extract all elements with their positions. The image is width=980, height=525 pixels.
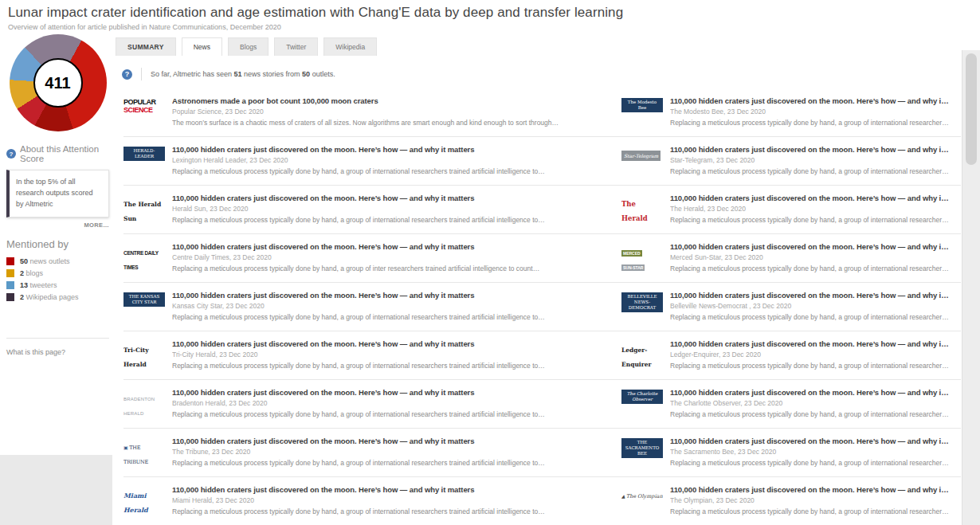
sidebar-divider — [6, 338, 109, 339]
bradenton-herald-logo[interactable]: BRADENTON HERALD — [123, 388, 165, 418]
news-headline-link[interactable]: 110,000 hidden craters just discovered o… — [172, 388, 610, 397]
herald-leader-logo[interactable]: HERALD-LEADER — [123, 145, 165, 175]
news-headline-link[interactable]: 110,000 hidden craters just discovered o… — [670, 242, 950, 251]
olympian-logo[interactable]: The Olympian — [621, 485, 663, 515]
sacramento-bee-logo[interactable]: THE SACRAMENTO BEE — [621, 437, 663, 467]
modesto-bee-logo[interactable]: The Modesto Bee — [621, 96, 663, 127]
outlet-logo-text: The Modesto Bee — [621, 98, 663, 112]
news-body: 110,000 hidden craters just discovered o… — [670, 145, 950, 175]
news-headline-link[interactable]: 110,000 hidden craters just discovered o… — [172, 339, 610, 348]
news-headline-link[interactable]: 110,000 hidden craters just discovered o… — [670, 388, 950, 397]
news-headline-link[interactable]: 110,000 hidden craters just discovered o… — [172, 437, 610, 445]
news-excerpt: Replacing a meticulous process typically… — [670, 410, 950, 418]
news-headline-link[interactable]: 110,000 hidden craters just discovered o… — [172, 291, 610, 300]
news-headline-link[interactable]: 110,000 hidden craters just discovered o… — [172, 145, 610, 154]
kansas-city-star-logo[interactable]: THE KANSAS CITY STAR — [123, 291, 165, 321]
news-body: 110,000 hidden craters just discovered o… — [172, 291, 610, 321]
news-headline-link[interactable]: 110,000 hidden craters just discovered o… — [670, 339, 950, 348]
outlet-logo-text: Miami Herald — [123, 492, 148, 514]
news-body: 110,000 hidden craters just discovered o… — [670, 96, 950, 127]
legend-item-news[interactable]: 50 news outlets — [6, 257, 109, 265]
help-icon[interactable]: ? — [6, 149, 16, 159]
news-body: Astronomers made a poor bot count 100,00… — [172, 96, 610, 127]
news-list: POPULAR SCIENCE Astronomers made a poor … — [116, 88, 961, 525]
news-source-date: Belleville News-Democrat , 23 Dec 2020 — [670, 302, 950, 310]
tweeters-count: 13 — [20, 281, 28, 289]
outlet-logo-text2: SUN-STAR — [621, 264, 645, 271]
news-headline-link[interactable]: 110,000 hidden craters just discovered o… — [670, 437, 950, 445]
scrollbar-thumb[interactable] — [966, 53, 977, 165]
news-headline-link[interactable]: 110,000 hidden craters just discovered o… — [670, 194, 950, 202]
news-summary-text: So far, Altmetric has seen 51 news stori… — [151, 70, 335, 78]
legend-item-tweeters[interactable]: 13 tweeters — [6, 281, 109, 289]
news-source-date: Centre Daily Times, 23 Dec 2020 — [172, 253, 610, 261]
outlet-logo-text: THE SACRAMENTO BEE — [621, 438, 663, 458]
news-source-date: Ledger-Enquirer, 23 Dec 2020 — [670, 351, 950, 358]
the-tribune-logo[interactable]: THE TRIBUNE — [123, 437, 165, 467]
news-item: BRADENTON HERALD 110,000 hidden craters … — [123, 380, 621, 429]
outlet-logo-text: THE KANSAS CITY STAR — [123, 292, 165, 307]
news-source-date: The Charlotte Observer, 23 Dec 2020 — [670, 399, 950, 407]
tab-summary[interactable]: SUMMARY — [116, 37, 176, 56]
news-body: 110,000 hidden craters just discovered o… — [172, 339, 610, 370]
merced-sun-star-logo[interactable]: MERCED SUN-STAR — [621, 242, 663, 272]
page-title: Lunar impact crater identification and a… — [8, 5, 980, 21]
tab-twitter[interactable]: Twitter — [274, 37, 318, 56]
stories-count: 51 — [234, 70, 242, 78]
belleville-news-democrat-logo[interactable]: BELLEVILLE NEWS-DEMOCRAT — [621, 291, 663, 321]
sidebar: 411 ? About this Attention Score In the … — [0, 31, 116, 356]
the-herald-logo[interactable]: The Herald — [621, 194, 663, 224]
news-excerpt: Replacing a meticulous process typically… — [172, 216, 610, 224]
legend-item-blogs[interactable]: 2 blogs — [6, 269, 109, 277]
herald-sun-logo[interactable]: The Herald Sun — [123, 194, 165, 224]
news-headline-link[interactable]: 110,000 hidden craters just discovered o… — [670, 485, 950, 494]
news-excerpt: Replacing a meticulous process typically… — [172, 507, 610, 515]
news-excerpt: Replacing a meticulous process typically… — [670, 119, 950, 127]
outlet-logo-text: THE TRIBUNE — [123, 445, 148, 465]
tab-blogs[interactable]: Blogs — [228, 37, 269, 56]
news-source-date: The Olympian, 23 Dec 2020 — [670, 496, 950, 504]
what-is-this-page-link[interactable]: What is this page? — [6, 348, 109, 356]
outlet-logo-text: The Charlotte Observer — [621, 390, 663, 404]
help-icon[interactable]: ? — [122, 69, 132, 80]
tri-city-herald-logo[interactable]: Tri-City Herald — [123, 339, 165, 370]
ledger-enquirer-logo[interactable]: Ledger-Enquirer — [621, 339, 663, 370]
tab-wikipedia[interactable]: Wikipedia — [323, 37, 377, 56]
news-headline-link[interactable]: 110,000 hidden craters just discovered o… — [172, 242, 610, 251]
more-link[interactable]: MORE… — [6, 221, 109, 229]
outlet-logo-text: POPULAR — [123, 98, 165, 106]
news-excerpt: Replacing a meticulous process typically… — [670, 459, 950, 467]
wikipedia-label: Wikipedia pages — [26, 293, 79, 301]
news-headline-link[interactable]: 110,000 hidden craters just discovered o… — [670, 96, 950, 105]
news-excerpt: Replacing a meticulous process typically… — [670, 362, 950, 370]
outlet-logo-text: The Herald — [621, 200, 648, 222]
news-headline-link[interactable]: 110,000 hidden craters just discovered o… — [172, 194, 610, 202]
news-excerpt: Replacing a meticulous process typically… — [670, 264, 950, 272]
tab-news[interactable]: News — [182, 37, 222, 56]
charlotte-observer-logo[interactable]: The Charlotte Observer — [621, 388, 663, 418]
news-body: 110,000 hidden craters just discovered o… — [670, 437, 950, 467]
news-headline-link[interactable]: 110,000 hidden craters just discovered o… — [172, 485, 610, 494]
news-source-date: The Tribune, 23 Dec 2020 — [172, 448, 610, 456]
scrollbar[interactable] — [962, 50, 980, 525]
attention-score: 411 — [33, 58, 83, 108]
news-source-date: Herald Sun, 23 Dec 2020 — [172, 205, 610, 213]
news-item: The Olympian 110,000 hidden craters just… — [621, 477, 961, 525]
news-body: 110,000 hidden craters just discovered o… — [670, 388, 950, 418]
news-headline-link[interactable]: 110,000 hidden craters just discovered o… — [670, 145, 950, 154]
tab-bar: SUMMARY News Blogs Twitter Wikipedia — [116, 37, 961, 56]
centre-daily-times-logo[interactable]: CENTRE DAILY TIMES — [123, 242, 165, 272]
star-telegram-logo[interactable]: Star-Telegram — [621, 145, 663, 175]
news-item: THE KANSAS CITY STAR 110,000 hidden crat… — [123, 283, 621, 331]
news-body: 110,000 hidden craters just discovered o… — [172, 145, 610, 175]
news-summary-bar: ? So far, Altmetric has seen 51 news sto… — [116, 68, 961, 80]
news-headline-link[interactable]: Astronomers made a poor bot count 100,00… — [172, 96, 610, 105]
news-count: 50 — [20, 257, 28, 265]
legend-item-wikipedia[interactable]: 2 Wikipedia pages — [6, 293, 109, 301]
news-excerpt: Replacing a meticulous process typically… — [172, 459, 610, 467]
news-headline-link[interactable]: 110,000 hidden craters just discovered o… — [670, 291, 950, 300]
miami-herald-logo[interactable]: Miami Herald — [123, 485, 165, 515]
about-heading: About this Attention Score — [20, 144, 109, 163]
popular-science-logo[interactable]: POPULAR SCIENCE — [123, 96, 165, 127]
news-excerpt: Replacing a meticulous process typically… — [670, 167, 950, 175]
